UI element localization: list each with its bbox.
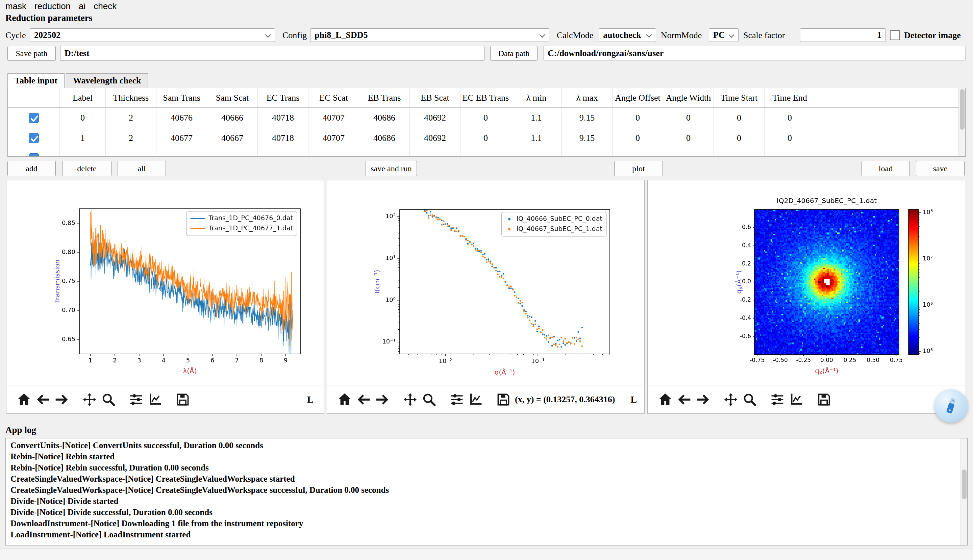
table-cell[interactable]: 40707 (309, 128, 359, 148)
table-cell[interactable]: 40718 (258, 108, 309, 128)
add-button[interactable]: add (7, 161, 56, 176)
table-cell[interactable]: 0 (663, 108, 714, 128)
table-cell[interactable]: 0 (714, 128, 764, 148)
table-cell[interactable] (511, 148, 562, 157)
table-cell[interactable]: 40692 (410, 128, 461, 148)
table-scrollbar[interactable] (958, 88, 965, 157)
table-cell[interactable]: 40667 (207, 128, 258, 148)
log-scrollbar[interactable] (961, 438, 967, 545)
save-icon[interactable] (816, 392, 831, 407)
table-cell[interactable]: 0 (461, 128, 511, 148)
config-select[interactable]: phi8_L_SDD5 (310, 28, 549, 42)
axes-icon[interactable] (148, 392, 162, 407)
data-path-input[interactable] (543, 46, 966, 61)
save-button[interactable]: save (916, 161, 965, 176)
forward-icon[interactable] (375, 392, 390, 407)
axes-icon[interactable] (468, 392, 483, 407)
table-cell[interactable] (613, 148, 663, 157)
table-cell[interactable] (309, 148, 359, 157)
table-cell[interactable] (60, 148, 106, 157)
table-cell[interactable]: 0 (764, 108, 815, 128)
toolbar-l-label[interactable]: L (631, 394, 637, 405)
calcmode-select[interactable]: autocheck (599, 28, 656, 42)
table-cell[interactable]: 0 (461, 108, 511, 128)
table-cell[interactable] (562, 148, 613, 157)
iq-plot-canvas[interactable] (327, 180, 644, 385)
normmode-select[interactable]: PC (709, 28, 739, 42)
table-cell[interactable] (359, 148, 410, 157)
table-cell[interactable] (764, 148, 815, 157)
table-cell[interactable] (207, 148, 258, 157)
pan-icon[interactable] (723, 392, 738, 407)
table-cell[interactable]: 40692 (410, 108, 461, 128)
table-cell[interactable] (410, 148, 461, 157)
pan-icon[interactable] (82, 392, 97, 407)
table-cell[interactable] (714, 148, 764, 157)
table-cell[interactable]: 1.1 (511, 108, 562, 128)
detector-image-checkbox[interactable] (890, 30, 900, 40)
table-cell[interactable]: 40676 (157, 108, 207, 128)
table-cell[interactable]: 40686 (359, 108, 410, 128)
menu-item-reduction[interactable]: reduction (35, 1, 71, 12)
menu-item-ai[interactable]: ai (79, 1, 85, 12)
back-icon[interactable] (677, 392, 692, 407)
table-cell[interactable]: 40677 (157, 128, 207, 148)
zoom-icon[interactable] (742, 392, 757, 407)
usb-device-button[interactable] (935, 390, 968, 423)
table-cell[interactable] (106, 148, 157, 157)
axes-icon[interactable] (789, 392, 804, 407)
table-cell[interactable]: 0 (613, 108, 663, 128)
table-cell[interactable]: 0 (60, 108, 106, 128)
table-cell[interactable]: 1.1 (511, 128, 562, 148)
save-and-run-button[interactable]: save and run (366, 161, 417, 176)
table-cell[interactable]: 40707 (309, 108, 359, 128)
pan-icon[interactable] (403, 392, 417, 407)
table-cell[interactable] (157, 148, 207, 157)
all-button[interactable]: all (118, 161, 166, 176)
delete-button[interactable]: delete (62, 161, 112, 176)
table-cell[interactable]: 1 (60, 128, 106, 148)
forward-icon[interactable] (696, 392, 711, 407)
home-icon[interactable] (337, 392, 352, 407)
table-cell[interactable]: 0 (613, 128, 663, 148)
back-icon[interactable] (35, 392, 50, 407)
table-cell[interactable] (258, 148, 309, 157)
menu-item-check[interactable]: check (93, 1, 117, 12)
log-scrollbar-thumb[interactable] (962, 470, 966, 499)
home-icon[interactable] (17, 392, 32, 407)
table-cell[interactable]: 40718 (258, 128, 309, 148)
table-cell[interactable]: 2 (106, 128, 157, 148)
data-path-button[interactable]: Data path (490, 46, 537, 61)
forward-icon[interactable] (54, 392, 69, 407)
save-path-button[interactable]: Save path (7, 46, 56, 61)
table-cell[interactable]: 40686 (359, 128, 410, 148)
table-cell[interactable] (663, 148, 714, 157)
table-cell[interactable]: 0 (663, 128, 714, 148)
scale-factor-input[interactable] (800, 28, 886, 42)
back-icon[interactable] (356, 392, 371, 407)
zoom-icon[interactable] (101, 392, 116, 407)
row-checkbox[interactable] (29, 133, 39, 143)
table-cell[interactable]: 9.15 (562, 128, 613, 148)
iq2d-plot-canvas[interactable] (648, 180, 965, 385)
transmission-plot-canvas[interactable] (7, 180, 324, 385)
zoom-icon[interactable] (422, 392, 437, 407)
subplots-icon[interactable] (449, 392, 464, 407)
subplots-icon[interactable] (770, 392, 785, 407)
table-cell[interactable]: 2 (106, 108, 157, 128)
plot-button[interactable]: plot (614, 161, 663, 176)
save-path-input[interactable] (60, 46, 484, 61)
load-button[interactable]: load (861, 161, 910, 176)
table-cell[interactable]: 9.15 (562, 108, 613, 128)
table-cell[interactable]: 0 (764, 128, 815, 148)
table-cell[interactable] (461, 148, 511, 157)
table-cell[interactable]: 0 (714, 108, 764, 128)
tab-wavelength-check[interactable]: Wavelength check (66, 73, 148, 88)
menu-item-mask[interactable]: mask (5, 1, 26, 12)
row-checkbox[interactable] (29, 153, 39, 157)
tab-table-input[interactable]: Table input (7, 73, 65, 88)
subplots-icon[interactable] (129, 392, 144, 407)
table-cell[interactable]: 40666 (207, 108, 258, 128)
table-scrollbar-thumb[interactable] (960, 89, 965, 130)
cycle-select[interactable]: 202502 (30, 28, 275, 42)
